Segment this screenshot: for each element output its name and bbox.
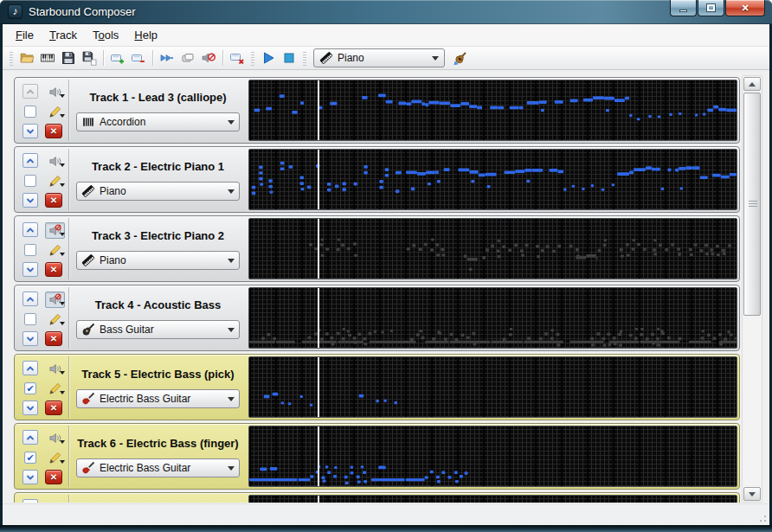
move-track-up-button[interactable] — [23, 222, 38, 237]
menu-item-tools[interactable]: Tools — [85, 25, 126, 45]
track-row-3: ✔ ✕ Track 3 - Electric Piano 2 Piano — [14, 215, 740, 282]
track-select-checkbox[interactable]: ✔ — [24, 382, 36, 394]
remove-track-button[interactable] — [128, 48, 149, 67]
instrument-combobox[interactable]: Electric Bass Guitar — [76, 389, 240, 408]
track-select-checkbox[interactable]: ✔ — [24, 452, 36, 464]
track-select-checkbox[interactable]: ✔ — [24, 313, 36, 325]
edit-track-button[interactable] — [45, 242, 65, 259]
piano-roll[interactable] — [248, 356, 737, 418]
chevron-down-icon — [228, 466, 235, 474]
chevron-down-icon — [25, 126, 35, 137]
move-track-up-button[interactable] — [23, 430, 38, 445]
piano-roll[interactable] — [248, 426, 737, 487]
minimize-button[interactable] — [670, 0, 697, 16]
menu-item-file[interactable]: File — [8, 25, 42, 45]
menu-item-track[interactable]: Track — [42, 25, 85, 45]
move-track-up-button[interactable] — [23, 292, 38, 306]
mute-track-button[interactable] — [45, 499, 65, 503]
piano-roll[interactable] — [248, 287, 737, 349]
playhead — [318, 496, 319, 503]
stop-button[interactable] — [279, 48, 299, 67]
close-button[interactable]: ✕ — [725, 0, 765, 16]
edit-track-button[interactable] — [45, 311, 65, 328]
menu-item-help[interactable]: Help — [126, 25, 165, 45]
chevron-up-icon — [25, 502, 35, 503]
scrollbar-thumb[interactable] — [743, 93, 761, 316]
chevron-down-icon — [60, 460, 65, 466]
toolbar-grip — [10, 51, 13, 66]
move-track-up-button[interactable] — [23, 153, 38, 168]
piano-roll[interactable] — [248, 149, 737, 210]
open-song-button[interactable] — [16, 48, 37, 67]
stop-icon — [281, 50, 297, 66]
chevron-down-icon — [60, 440, 65, 446]
arrow-up-icon — [749, 79, 756, 87]
move-track-down-button[interactable] — [23, 193, 38, 208]
chevron-down-icon — [228, 397, 235, 405]
save-as-button[interactable] — [79, 48, 100, 67]
delete-tracks-button[interactable] — [227, 48, 248, 67]
instrument-combobox[interactable]: Piano — [76, 182, 240, 201]
move-track-up-button[interactable] — [23, 361, 38, 375]
save-button[interactable] — [58, 48, 79, 67]
chevron-up-icon — [25, 433, 35, 443]
track-row-4: ✔ ✕ Track 4 - Acoustic Bass Bass Guitar — [14, 285, 740, 351]
instrument-combobox[interactable]: Electric Bass Guitar — [76, 458, 240, 478]
playhead — [318, 150, 319, 209]
instrument-icon — [81, 184, 95, 198]
duplicate-track-icon — [180, 50, 196, 66]
maximize-button[interactable] — [698, 0, 724, 16]
delete-track-button[interactable]: ✕ — [45, 124, 62, 138]
delete-track-button[interactable]: ✕ — [45, 193, 62, 208]
merge-tracks-button[interactable] — [157, 48, 177, 67]
scroll-down-button[interactable] — [743, 487, 761, 501]
delete-track-button[interactable]: ✕ — [45, 401, 62, 415]
piano-roll[interactable] — [248, 80, 737, 141]
track-title: Track 5 - Electric Bass (pick) — [76, 368, 240, 381]
move-track-down-button[interactable] — [23, 124, 38, 138]
play-button[interactable] — [258, 48, 279, 67]
scroll-up-button[interactable] — [743, 77, 761, 91]
change-instrument-button[interactable] — [450, 48, 471, 67]
playhead — [318, 426, 319, 486]
mute-track-button[interactable] — [45, 153, 65, 170]
move-track-up-button[interactable] — [23, 84, 38, 99]
chevron-down-icon — [25, 334, 35, 344]
mute-track-button[interactable] — [45, 430, 65, 446]
track-title: Track 1 - Lead 3 (calliope) — [76, 91, 240, 104]
resize-grip[interactable] — [756, 512, 767, 522]
default-instrument-combobox[interactable]: Piano — [313, 48, 445, 67]
move-track-up-button[interactable] — [23, 499, 38, 503]
move-track-down-button[interactable] — [23, 331, 38, 346]
piano-roll[interactable] — [248, 218, 737, 279]
move-track-down-button[interactable] — [23, 262, 38, 277]
piano-roll[interactable] — [248, 495, 737, 503]
mute-track-button[interactable] — [45, 361, 65, 377]
instrument-combobox[interactable]: Bass Guitar — [76, 320, 240, 339]
arrow-down-icon — [749, 492, 756, 500]
delete-track-button[interactable]: ✕ — [45, 470, 62, 484]
track-select-checkbox[interactable]: ✔ — [24, 175, 36, 187]
edit-track-button[interactable] — [45, 450, 65, 466]
track-select-checkbox[interactable]: ✔ — [24, 106, 36, 118]
mute-track-button[interactable] — [45, 84, 65, 100]
mute-tracks-button[interactable] — [198, 48, 219, 67]
move-track-down-button[interactable] — [23, 470, 38, 484]
mute-track-button[interactable] — [45, 292, 65, 308]
mute-track-button[interactable] — [45, 222, 65, 239]
instrument-combobox[interactable]: Accordion — [76, 112, 240, 131]
edit-track-button[interactable] — [45, 104, 65, 120]
track-select-checkbox[interactable]: ✔ — [24, 244, 36, 256]
combobox-value: Piano — [338, 52, 432, 64]
piano-icon — [319, 51, 333, 65]
move-track-down-button[interactable] — [23, 401, 38, 415]
duplicate-track-button[interactable] — [177, 48, 198, 67]
import-midi-button[interactable] — [37, 48, 58, 67]
instrument-combobox[interactable]: Piano — [76, 251, 240, 270]
add-track-button[interactable] — [107, 48, 128, 67]
vertical-scrollbar[interactable] — [742, 75, 762, 503]
edit-track-button[interactable] — [45, 173, 65, 189]
delete-track-button[interactable]: ✕ — [45, 262, 62, 277]
edit-track-button[interactable] — [45, 381, 65, 397]
delete-track-button[interactable]: ✕ — [45, 331, 62, 346]
